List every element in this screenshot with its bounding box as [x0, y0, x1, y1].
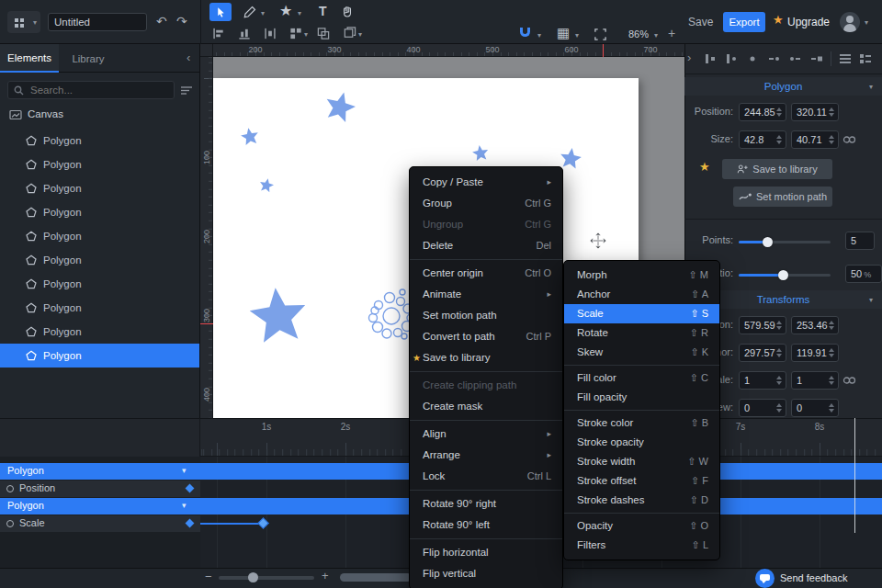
- menu-item-animate[interactable]: Animate▸: [410, 284, 562, 305]
- menu-item-stroke-dashes[interactable]: Stroke dashes⇧ D: [564, 491, 719, 510]
- grid-toggle[interactable]: ▦: [557, 25, 570, 41]
- save-to-library-button[interactable]: Save to library: [722, 159, 832, 179]
- ratio-slider[interactable]: [739, 274, 831, 277]
- tab-elements[interactable]: Elements: [0, 44, 59, 73]
- bubble-shape[interactable]: [375, 301, 383, 310]
- dash-dot-icon[interactable]: [767, 52, 782, 67]
- marker-mid-icon[interactable]: [725, 52, 740, 67]
- stepper-icon[interactable]: [829, 107, 835, 118]
- stepper-icon[interactable]: [776, 107, 783, 118]
- menu-item-group[interactable]: GroupCtrl G: [410, 193, 562, 214]
- menu-item-morph[interactable]: Morph⇧ M: [564, 266, 719, 285]
- size-height-input[interactable]: 40.71: [791, 130, 839, 149]
- stepper-icon[interactable]: [829, 321, 835, 331]
- zoom-in-button[interactable]: +: [668, 26, 675, 40]
- layer-item[interactable]: Polygon: [0, 153, 199, 176]
- dot-dash-icon[interactable]: [788, 52, 803, 67]
- chevron-down-icon[interactable]: ▾: [575, 32, 579, 40]
- stepper-icon[interactable]: [776, 403, 783, 413]
- menu-item-flip-vertical[interactable]: Flip vertical: [410, 563, 562, 584]
- timeline-zoom-out-button[interactable]: −: [205, 570, 212, 583]
- bubble-shape[interactable]: [382, 329, 391, 338]
- bubble-shape[interactable]: [373, 322, 383, 333]
- points-value-input[interactable]: 5: [845, 232, 875, 250]
- tab-library[interactable]: Library: [59, 44, 118, 73]
- star-tool-button[interactable]: ★: [279, 2, 292, 19]
- boolean-operations-button[interactable]: [316, 27, 331, 42]
- layer-item[interactable]: Polygon: [0, 248, 199, 272]
- link-scale-icon[interactable]: [842, 376, 856, 387]
- size-width-input[interactable]: 42.8: [739, 130, 786, 149]
- menu-item-rotate-90-right[interactable]: Rotate 90° right: [410, 493, 562, 514]
- menu-item-rotate[interactable]: Rotate⇧ R: [564, 323, 719, 343]
- tidy-button[interactable]: [288, 27, 303, 42]
- bubble-shape[interactable]: [394, 329, 402, 337]
- layer-item[interactable]: Polygon: [0, 224, 199, 248]
- chevron-down-icon[interactable]: ▾: [537, 32, 541, 40]
- menu-item-create-clipping-path[interactable]: Create clipping path: [410, 375, 562, 396]
- ratio-value-input[interactable]: 50%: [845, 265, 882, 283]
- menu-item-create-mask[interactable]: Create mask: [410, 396, 562, 417]
- account-avatar[interactable]: [840, 12, 860, 32]
- chevron-down-icon[interactable]: ▾: [654, 32, 658, 40]
- chevron-down-icon[interactable]: ▾: [298, 10, 301, 17]
- duplicate-button[interactable]: [342, 27, 356, 42]
- transform-scale-x-input[interactable]: 1: [739, 371, 786, 390]
- bubble-shape[interactable]: [397, 298, 405, 306]
- menu-item-convert-to-path[interactable]: Convert to pathCtrl P: [410, 326, 562, 347]
- filter-icon[interactable]: [181, 85, 193, 97]
- zoom-level[interactable]: 86%: [628, 28, 649, 40]
- star-shape[interactable]: [472, 145, 488, 161]
- collapse-sidebar-icon[interactable]: ‹: [187, 51, 190, 64]
- text-tool-button[interactable]: T: [319, 4, 327, 18]
- chevron-down-icon[interactable]: ▾: [182, 501, 187, 510]
- layer-item[interactable]: Polygon: [0, 129, 199, 153]
- stepper-icon[interactable]: [776, 376, 783, 386]
- menu-item-scale[interactable]: Scale⇧ S: [564, 304, 719, 323]
- chevron-down-icon[interactable]: ▾: [865, 19, 868, 27]
- feedback-icon[interactable]: [755, 569, 775, 588]
- detail-view-icon[interactable]: [858, 52, 873, 67]
- transform-anchor-y-input[interactable]: 119.91: [791, 344, 839, 362]
- bubble-shape[interactable]: [401, 334, 407, 339]
- keyframe-diamond-icon[interactable]: [186, 484, 195, 493]
- stepper-icon[interactable]: [829, 348, 835, 358]
- timeline-row-header[interactable]: Scale: [0, 515, 200, 532]
- bubble-shape[interactable]: [385, 293, 395, 303]
- menu-item-rotate-90-left[interactable]: Rotate 90° left: [410, 514, 562, 536]
- star-shape[interactable]: [260, 178, 274, 192]
- hand-tool-button[interactable]: [338, 3, 356, 19]
- menu-item-filters[interactable]: Filters⇧ L: [564, 536, 719, 555]
- star-shape[interactable]: [250, 288, 306, 343]
- keyframe-diamond-icon[interactable]: [186, 519, 195, 528]
- stepper-icon[interactable]: [829, 135, 835, 145]
- chevron-down-icon[interactable]: ▾: [358, 31, 362, 39]
- transform-skew-y-input[interactable]: 0: [791, 399, 839, 417]
- align-left-button[interactable]: [211, 27, 226, 42]
- menu-item-opacity[interactable]: Opacity⇧ O: [564, 516, 719, 536]
- star-shape[interactable]: [241, 128, 258, 145]
- search-input[interactable]: [7, 81, 175, 99]
- menu-item-lock[interactable]: LockCtrl L: [410, 466, 562, 487]
- menu-item-ungroup[interactable]: UngroupCtrl G: [410, 214, 562, 235]
- stepper-icon[interactable]: [776, 348, 783, 358]
- align-bottom-button[interactable]: [237, 27, 252, 42]
- stepper-icon[interactable]: [776, 135, 783, 145]
- timeline-zoom-handle[interactable]: [248, 572, 258, 582]
- chevron-down-icon[interactable]: ▾: [304, 31, 308, 39]
- layer-item[interactable]: Polygon: [0, 272, 199, 296]
- menu-item-flip-horizontal[interactable]: Flip horizontal: [410, 542, 562, 563]
- bubble-shape[interactable]: [383, 308, 400, 324]
- menu-item-arrange[interactable]: Arrange▸: [410, 445, 562, 466]
- layer-item[interactable]: Polygon: [0, 200, 199, 224]
- distribute-horizontally-button[interactable]: [263, 27, 277, 42]
- select-tool-button[interactable]: [209, 3, 232, 21]
- library-star-icon[interactable]: ★: [699, 160, 710, 174]
- transform-scale-y-input[interactable]: 1: [791, 371, 839, 390]
- timeline-row-header[interactable]: Polygon▾: [0, 463, 200, 480]
- timeline-row-header[interactable]: Polygon▾: [0, 498, 200, 514]
- app-logo-button[interactable]: ▾: [7, 11, 40, 33]
- slider-handle[interactable]: [763, 237, 773, 247]
- keyframe-diamond-icon[interactable]: [257, 517, 269, 529]
- layer-item[interactable]: Polygon: [0, 296, 199, 320]
